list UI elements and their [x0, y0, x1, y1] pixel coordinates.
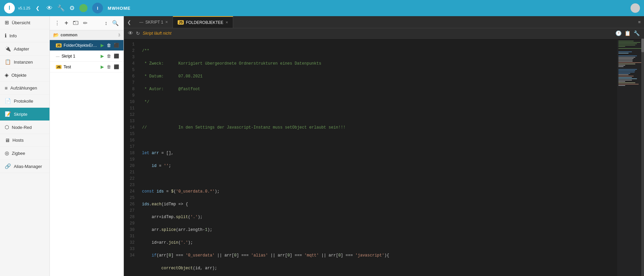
code-line-11 [142, 176, 613, 182]
code-line-6 [142, 112, 613, 118]
svg-rect-28 [618, 81, 625, 82]
add-script-button[interactable]: + [63, 19, 70, 27]
sidebar-item-hosts[interactable]: 🖥 Hosts [0, 134, 49, 147]
file-actions: ▶ 🗑 ⬛ [100, 42, 120, 48]
sidebar-item-skripte[interactable]: 📝 Skripte [0, 108, 49, 121]
code-line-13: ids.each(idTmp => { [142, 201, 613, 208]
svg-rect-2 [618, 41, 634, 41]
wrench-icon[interactable]: 🔧 [57, 4, 65, 12]
sort-button[interactable]: ↕ [103, 20, 109, 27]
topbar: I v5.1.25 ❮ 👁 🔧 ⚙ I MWHOME [0, 0, 644, 16]
sidebar-item-node-red[interactable]: ⬡ Node-Red [0, 121, 49, 134]
tab-close-skript1[interactable]: ✕ [165, 20, 168, 24]
brand-logo: I [92, 3, 103, 13]
file-actions: ▶ 🗑 ⬛ [100, 53, 120, 59]
file-item-test[interactable]: JS Test ▶ 🗑 ⬛ [50, 62, 123, 72]
sidebar-item-aufzahlungen[interactable]: ≡ Aufzählungen [0, 82, 49, 95]
edit-button[interactable]: ✏ [82, 19, 89, 27]
sidebar-item-info[interactable]: ℹ Info [0, 29, 49, 42]
sidebar-label-objekte: Objekte [11, 73, 27, 78]
folder-name: 📂 common [53, 32, 77, 38]
sidebar-label-adapter: Adapter [14, 46, 29, 51]
code-area: 12345 678910 1112131415 1617181920 21222… [124, 39, 644, 276]
tab-close-folderobjektee[interactable]: ✕ [225, 21, 228, 24]
sidebar-item-protokolle[interactable]: 📄 Protokolle [0, 95, 49, 108]
file-name: Skript 1 [62, 54, 98, 59]
file-toolbar: ⋮ + + ✏ ↕ 🔍 [50, 16, 123, 30]
export-button[interactable]: ⬛ [113, 64, 120, 70]
sidebar-item-alias-manager[interactable]: 🔗 Alias-Manager [0, 160, 49, 173]
sidebar-item-instanzen[interactable]: 📋 Instanzen [0, 56, 49, 69]
eye-icon[interactable]: 👁 [46, 5, 52, 12]
sidebar-item-zigbee[interactable]: ◎ Zigbee [0, 147, 49, 160]
svg-rect-16 [618, 64, 635, 64]
sidebar-label-node-red: Node-Red [12, 125, 32, 130]
tabs-chevron-left[interactable]: ❮ [124, 20, 135, 25]
aufzahlungen-icon: ≡ [5, 85, 8, 91]
sidebar-item-adapter[interactable]: 🔌 Adapter [0, 42, 49, 56]
code-line-15: arr.splice(arr.length-1); [142, 227, 613, 233]
hosts-icon: 🖥 [5, 137, 10, 143]
code-line-5: */ [142, 99, 613, 105]
settings-wrench-icon[interactable]: 🔧 [634, 30, 640, 36]
tabs-menu-icon[interactable]: ≡ [635, 20, 644, 25]
skripte-icon: 📝 [5, 111, 11, 117]
delete-button[interactable]: 🗑 [106, 53, 112, 59]
delete-button[interactable]: 🗑 [106, 64, 112, 70]
main-layout: ⊞ Übersicht ℹ Info 🔌 Adapter 📋 Instanzen… [0, 16, 644, 276]
svg-rect-13 [618, 60, 633, 60]
gear-icon[interactable]: ⚙ [69, 4, 75, 12]
sidebar-item-objekte[interactable]: ◈ Objekte [0, 69, 49, 82]
svg-rect-14 [618, 61, 633, 62]
svg-rect-23 [618, 74, 629, 75]
menu-button[interactable]: ⋮ [53, 19, 61, 27]
minimap-svg [617, 40, 644, 107]
run-button[interactable]: ▶ [100, 42, 105, 48]
export-button[interactable]: ⬛ [113, 42, 120, 48]
editor-tabs: ❮ — SKRIPT 1 ✕ JS FOLDEROBJEKTEE ✕ ≡ [124, 16, 644, 28]
tab-folderobjektee[interactable]: JS FOLDEROBJEKTEE ✕ [173, 16, 233, 28]
topbar-right [631, 3, 640, 13]
tab-label-skript1: SKRIPT 1 [145, 20, 163, 25]
run-button[interactable]: ▶ [100, 53, 105, 59]
editor-refresh-button[interactable]: ↻ [136, 31, 140, 36]
sidebar-label-info: Info [9, 33, 17, 38]
script-icon: — [56, 54, 60, 58]
topbar-title: MWHOME [108, 6, 131, 11]
sidebar-label-instanzen: Instanzen [14, 60, 33, 65]
svg-rect-22 [618, 73, 630, 74]
user-avatar[interactable] [631, 3, 640, 13]
code-content: /** * Zweck: Korrigiert übergeordnete Or… [138, 39, 617, 276]
search-button[interactable]: 🔍 [111, 19, 120, 27]
svg-rect-20 [618, 70, 635, 71]
svg-rect-19 [618, 69, 637, 70]
editor-eye-button[interactable]: 👁 [128, 30, 133, 36]
minimap-scrollbar-thumb[interactable] [641, 39, 644, 52]
file-name: FolderObjekteErstellen [64, 43, 98, 48]
svg-rect-18 [618, 66, 623, 67]
clock-icon[interactable]: 🕐 [615, 30, 622, 36]
file-item-skript1[interactable]: — Skript 1 ▶ 🗑 ⬛ [50, 51, 123, 62]
line-numbers: 12345 678910 1112131415 1617181920 21222… [124, 39, 138, 276]
sidebar: ⊞ Übersicht ℹ Info 🔌 Adapter 📋 Instanzen… [0, 16, 50, 276]
svg-rect-31 [618, 85, 625, 86]
export-button[interactable]: ⬛ [113, 53, 120, 59]
clipboard-icon[interactable]: 📋 [624, 30, 631, 36]
add-folder-button[interactable]: + [72, 19, 80, 27]
delete-button[interactable]: 🗑 [106, 42, 112, 48]
file-item-folder-objekte-erstellen[interactable]: JS FolderObjekteErstellen ▶ 🗑 ⬛ [50, 40, 123, 51]
collapse-sidebar-button[interactable]: ❮ [36, 5, 40, 11]
alias-icon: 🔗 [5, 163, 11, 169]
minimap-scrollbar[interactable] [641, 39, 644, 276]
person-icon[interactable] [79, 4, 87, 12]
svg-rect-24 [618, 76, 634, 76]
sidebar-item-ubersicht[interactable]: ⊞ Übersicht [0, 16, 49, 29]
code-line-8 [142, 137, 613, 144]
tab-skript1[interactable]: — SKRIPT 1 ✕ [135, 16, 173, 28]
code-editor[interactable]: 12345 678910 1112131415 1617181920 21222… [124, 39, 617, 276]
run-button[interactable]: ▶ [100, 64, 105, 70]
adapter-icon: 🔌 [5, 46, 11, 52]
svg-rect-3 [618, 42, 640, 43]
sidebar-label-alias-manager: Alias-Manager [14, 164, 42, 169]
svg-text:+: + [75, 22, 76, 24]
